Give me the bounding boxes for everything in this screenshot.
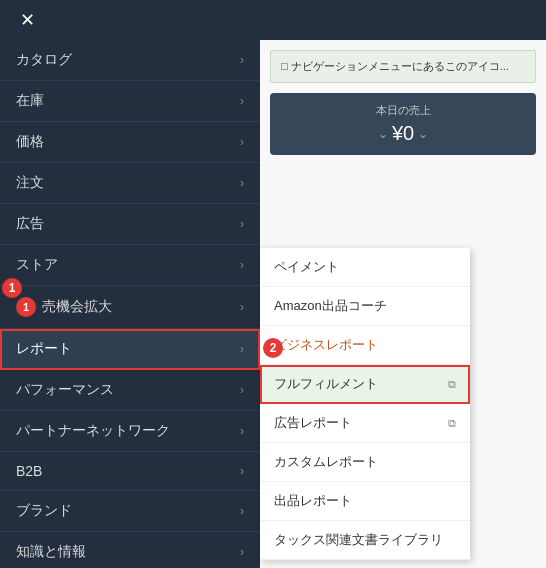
chevron-right-icon: › [240, 383, 244, 397]
chevron-right-icon: › [240, 94, 244, 108]
sidebar-item-label-store: ストア [16, 256, 58, 274]
sidebar-item-label-catalog: カタログ [16, 51, 72, 69]
chevron-right-icon: › [240, 258, 244, 272]
chevron-down-icon: ⌄ [378, 127, 388, 141]
sidebar-item-partner[interactable]: パートナーネットワーク› [0, 411, 260, 452]
submenu-item-biz_report[interactable]: ビジネスレポート [260, 326, 470, 365]
sidebar-item-label-brand: ブランド [16, 502, 72, 520]
sidebar-item-label-ad: 広告 [16, 215, 44, 233]
badge-1: 1 [2, 278, 22, 298]
chevron-down-icon-2: ⌄ [418, 127, 428, 141]
annotation-2: 2 [263, 338, 283, 358]
submenu-label-tax_library: タックス関連文書ライブラリ [274, 531, 443, 549]
submenu-label-fulfillment: フルフィルメント [274, 375, 378, 393]
chevron-right-icon: › [240, 545, 244, 559]
badge-circle-expansion: 1 [16, 297, 36, 317]
chevron-right-icon: › [240, 135, 244, 149]
sidebar-item-order[interactable]: 注文› [0, 163, 260, 204]
sidebar-item-label-partner: パートナーネットワーク [16, 422, 170, 440]
nav-hint: □ ナビゲーションメニューにあるこのアイコ... [270, 50, 536, 83]
sales-amount: ¥0 [392, 122, 414, 145]
submenu-report: ペイメントAmazon出品コーチビジネスレポートフルフィルメント⧉広告レポート⧉… [260, 248, 470, 560]
close-button[interactable]: ✕ [12, 5, 43, 35]
sidebar-item-label-knowledge: 知識と情報 [16, 543, 86, 561]
chevron-right-icon: › [240, 217, 244, 231]
sidebar-item-label-price: 価格 [16, 133, 44, 151]
chevron-right-icon: › [240, 176, 244, 190]
sidebar-item-inventory[interactable]: 在庫› [0, 81, 260, 122]
sidebar-item-b2b[interactable]: B2B› [0, 452, 260, 491]
submenu-label-biz_report: ビジネスレポート [274, 336, 378, 354]
external-link-icon: ⧉ [448, 417, 456, 430]
sidebar-item-label-expansion: 売機会拡大 [42, 298, 112, 316]
sidebar-item-price[interactable]: 価格› [0, 122, 260, 163]
sidebar-nav: カタログ›在庫›価格›注文›広告›ストア›1売機会拡大›レポート›パフォーマンス… [0, 40, 260, 568]
submenu-item-tax_library[interactable]: タックス関連文書ライブラリ [260, 521, 470, 560]
sidebar-item-label-order: 注文 [16, 174, 44, 192]
external-link-icon: ⧉ [448, 378, 456, 391]
submenu-item-amazon_coach[interactable]: Amazon出品コーチ [260, 287, 470, 326]
sidebar-item-label-report: レポート [16, 340, 72, 358]
submenu-item-listing_report[interactable]: 出品レポート [260, 482, 470, 521]
sidebar-item-brand[interactable]: ブランド› [0, 491, 260, 532]
sidebar-item-label-performance: パフォーマンス [16, 381, 114, 399]
submenu-label-listing_report: 出品レポート [274, 492, 352, 510]
sidebar-item-performance[interactable]: パフォーマンス› [0, 370, 260, 411]
nav-header: ✕ [0, 0, 546, 40]
sidebar-item-knowledge[interactable]: 知識と情報› [0, 532, 260, 568]
chevron-right-icon: › [240, 504, 244, 518]
sidebar-item-label-b2b: B2B [16, 463, 42, 479]
chevron-right-icon: › [240, 464, 244, 478]
submenu-label-custom_report: カスタムレポート [274, 453, 378, 471]
sidebar-item-catalog[interactable]: カタログ› [0, 40, 260, 81]
sales-label: 本日の売上 [280, 103, 526, 118]
sidebar-item-store[interactable]: ストア› [0, 245, 260, 286]
sidebar-item-ad[interactable]: 広告› [0, 204, 260, 245]
sales-row: ⌄ ¥0 ⌄ [280, 122, 526, 145]
sidebar-item-report[interactable]: レポート› [0, 329, 260, 370]
chevron-right-icon: › [240, 300, 244, 314]
submenu-label-amazon_coach: Amazon出品コーチ [274, 297, 387, 315]
chevron-right-icon: › [240, 424, 244, 438]
chevron-right-icon: › [240, 342, 244, 356]
chevron-right-icon: › [240, 53, 244, 67]
submenu-item-custom_report[interactable]: カスタムレポート [260, 443, 470, 482]
sidebar-item-label-inventory: 在庫 [16, 92, 44, 110]
submenu-item-ad_report[interactable]: 広告レポート⧉ [260, 404, 470, 443]
submenu-item-fulfillment[interactable]: フルフィルメント⧉ [260, 365, 470, 404]
sidebar-item-expansion[interactable]: 1売機会拡大› [0, 286, 260, 329]
annotation-1: 1 [2, 278, 22, 298]
submenu-label-payment: ペイメント [274, 258, 339, 276]
badge-2: 2 [263, 338, 283, 358]
sales-box: 本日の売上 ⌄ ¥0 ⌄ [270, 93, 536, 155]
submenu-item-payment[interactable]: ペイメント [260, 248, 470, 287]
submenu-label-ad_report: 広告レポート [274, 414, 352, 432]
